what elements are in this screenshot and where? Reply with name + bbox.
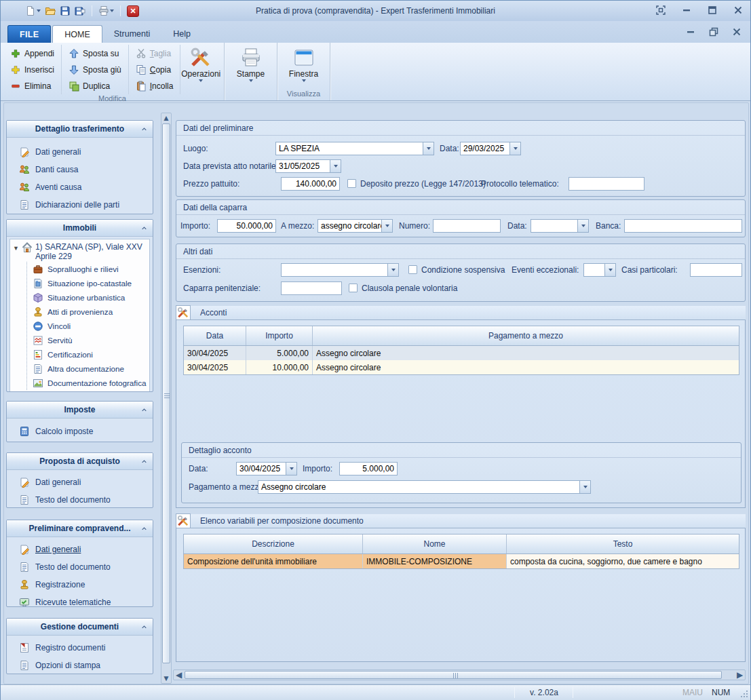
vertical-scrollbar[interactable]: ▲ ▼ xyxy=(161,113,172,684)
horizontal-scroll-thumb[interactable] xyxy=(185,671,722,679)
dropdown-button[interactable] xyxy=(509,142,520,155)
appendi-button[interactable]: Appendi xyxy=(7,46,58,60)
table-row[interactable]: 30/04/2025 10.000,00 Assegno circolare xyxy=(184,360,739,374)
dropdown-button[interactable] xyxy=(604,264,615,276)
tab-strumenti[interactable]: Strumenti xyxy=(102,25,162,43)
sidebar-item-preliminare-dati-generali[interactable]: Dati generali xyxy=(7,541,153,558)
scroll-left-icon[interactable]: ◀ xyxy=(174,670,183,680)
dropdown-button[interactable] xyxy=(387,264,398,276)
sidebar-item-danti-causa[interactable]: Danti causa xyxy=(7,161,153,178)
tab-home[interactable]: HOME xyxy=(52,25,102,43)
incolla-button[interactable]: Incolla xyxy=(132,79,177,93)
acconti-table-header[interactable]: Data Importo Pagamento a mezzo xyxy=(184,326,739,346)
vertical-scroll-thumb[interactable] xyxy=(162,123,170,663)
operazioni-button[interactable]: Operazioni xyxy=(180,45,221,94)
copia-button[interactable]: Copia xyxy=(132,62,177,77)
casi-input[interactable] xyxy=(690,263,742,277)
tree-item-sopralluoghi[interactable]: Sopralluoghi e rilievi xyxy=(27,262,148,276)
clausola-checkbox[interactable] xyxy=(349,284,358,292)
save-icon[interactable] xyxy=(60,5,71,16)
sidebar-item-dati-generali[interactable]: Dati generali xyxy=(7,143,153,161)
taglia-button[interactable]: Taglia xyxy=(132,46,177,60)
fullscreen-icon[interactable] xyxy=(655,5,666,15)
duplica-button[interactable]: Duplica xyxy=(65,79,125,93)
tree-item-ipo-catastale[interactable]: Situazione ipo-catastale xyxy=(27,276,148,290)
data-caparra-datepicker[interactable] xyxy=(531,219,589,233)
sposta-giu-button[interactable]: Sposta giù xyxy=(65,62,125,77)
dropdown-button[interactable] xyxy=(381,220,392,232)
tab-file[interactable]: FILE xyxy=(7,25,51,43)
mdi-close-icon[interactable] xyxy=(731,27,742,37)
scroll-up-icon[interactable]: ▲ xyxy=(161,113,171,123)
tree-item-altra-doc[interactable]: Altra documentazione xyxy=(27,362,148,376)
scroll-down-icon[interactable]: ▼ xyxy=(161,674,171,683)
panel-header[interactable]: Preliminare compravend... xyxy=(7,520,153,537)
finestra-button[interactable]: Finestra xyxy=(282,45,326,90)
banca-input[interactable] xyxy=(624,219,742,233)
open-folder-icon[interactable] xyxy=(45,5,56,16)
sidebar-item-calcolo-imposte[interactable]: Calcolo imposte xyxy=(7,423,153,440)
inserisci-button[interactable]: Inserisci xyxy=(7,62,58,77)
tree-expander-icon[interactable]: ▼ xyxy=(13,242,19,261)
eventi-combobox[interactable] xyxy=(583,263,616,277)
sidebar-item-proposta-dati-generali[interactable]: Dati generali xyxy=(7,473,153,491)
prezzo-input[interactable]: 140.000,00 xyxy=(281,177,340,191)
condizione-checkbox[interactable] xyxy=(408,265,417,274)
panel-header[interactable]: Imposte xyxy=(7,402,153,419)
dropdown-button[interactable] xyxy=(330,160,341,172)
deposito-checkbox[interactable] xyxy=(347,179,356,188)
mdi-restore-icon[interactable] xyxy=(708,27,719,37)
sidebar-item-preliminare-testo[interactable]: Testo del documento xyxy=(7,558,153,576)
tree-root-immobile[interactable]: ▼ 1) SARZANA (SP), Viale XXV Aprile 229 xyxy=(12,241,148,262)
panel-header[interactable]: Gestione documenti xyxy=(7,619,153,636)
print-button[interactable] xyxy=(98,5,114,16)
tree-item-doc-fotografica[interactable]: Documentazione fotografica xyxy=(27,376,148,390)
panel-header[interactable]: Immobili xyxy=(7,220,153,237)
importo-input[interactable]: 50.000,00 xyxy=(217,219,276,233)
panel-header[interactable]: Dettaglio trasferimento xyxy=(7,121,153,138)
table-row[interactable]: 30/04/2025 5.000,00 Assegno circolare xyxy=(184,346,739,360)
tree-item-certificazioni[interactable]: Certificazioni xyxy=(27,347,148,362)
sidebar-item-aventi-causa[interactable]: Aventi causa xyxy=(7,178,153,196)
sidebar-item-proposta-testo[interactable]: Testo del documento xyxy=(7,491,153,508)
sidebar-item-ricevute[interactable]: Ricevute telematiche xyxy=(7,594,153,607)
maximize-window-icon[interactable] xyxy=(707,5,718,15)
dettaglio-importo-input[interactable]: 5.000,00 xyxy=(339,462,398,475)
new-document-button[interactable] xyxy=(25,5,41,16)
variabili-table-header[interactable]: Descrizione Nome Testo xyxy=(184,534,739,554)
resize-grip[interactable] xyxy=(740,690,748,698)
dettaglio-data-datepicker[interactable]: 30/04/2025 xyxy=(236,462,297,475)
stampe-button[interactable]: Stampe xyxy=(229,45,273,90)
elimina-button[interactable]: Elimina xyxy=(7,79,58,93)
horizontal-scrollbar[interactable]: ◀ ▶ xyxy=(173,669,746,680)
sidebar-item-dichiarazioni[interactable]: Dichiarazioni delle parti xyxy=(7,196,153,214)
sidebar-item-registro-documenti[interactable]: Registro documenti xyxy=(7,639,153,657)
dropdown-button[interactable] xyxy=(286,463,296,475)
close-window-icon[interactable] xyxy=(733,5,744,15)
scroll-right-icon[interactable]: ▶ xyxy=(735,670,744,680)
luogo-combobox[interactable]: LA SPEZIA xyxy=(275,142,434,155)
table-row[interactable]: Composizione dell'unità immobiliare IMMO… xyxy=(184,554,739,568)
a-mezzo-combobox[interactable]: assegno circolare xyxy=(317,219,393,233)
tree-item-urbanistica[interactable]: Situazione urbanistica xyxy=(27,290,148,305)
sidebar-item-opzioni-stampa[interactable]: Opzioni di stampa xyxy=(7,657,153,674)
dropdown-button[interactable] xyxy=(579,481,590,493)
numero-input[interactable] xyxy=(433,219,501,233)
data-datepicker[interactable]: 29/03/2025 xyxy=(460,142,521,155)
tab-help[interactable]: Help xyxy=(161,25,202,43)
minimize-window-icon[interactable] xyxy=(681,5,692,15)
save-as-icon[interactable] xyxy=(75,5,85,16)
dettaglio-mezzo-combobox[interactable]: Assegno circolare xyxy=(258,480,591,494)
close-practice-button[interactable]: ✕ xyxy=(127,5,139,17)
dropdown-button[interactable] xyxy=(577,220,588,232)
panel-header[interactable]: Proposta di acquisto xyxy=(7,453,153,470)
mdi-minimize-icon[interactable] xyxy=(685,27,696,37)
tree-item-servitu[interactable]: Servitù xyxy=(27,333,148,347)
dropdown-button[interactable] xyxy=(423,142,434,155)
caparra-pen-input[interactable] xyxy=(281,281,342,295)
tree-item-atti-provenienza[interactable]: Atti di provenienza xyxy=(27,305,148,319)
sposta-su-button[interactable]: Sposta su xyxy=(65,46,125,60)
sidebar-item-registrazione[interactable]: Registrazione xyxy=(7,576,153,594)
esenzioni-combobox[interactable] xyxy=(281,263,399,277)
tree-item-vincoli[interactable]: Vincoli xyxy=(27,319,148,333)
